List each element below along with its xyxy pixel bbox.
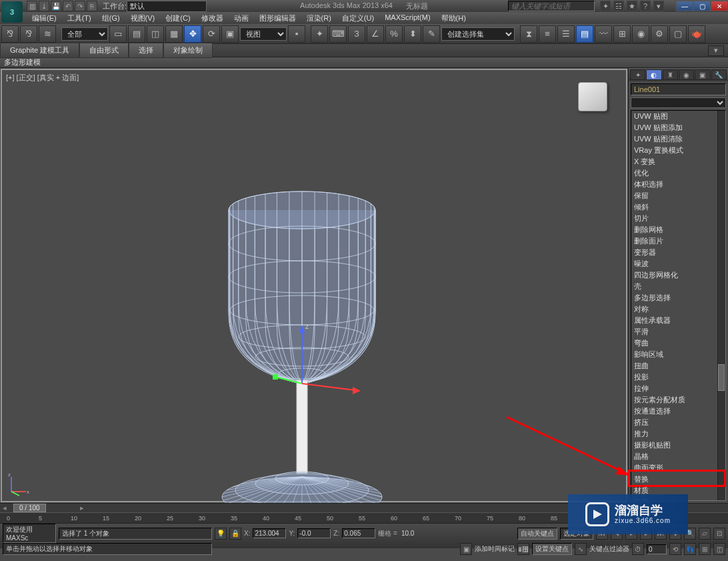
modifier-item[interactable]: X 变换 [631,156,725,167]
spinner-snap-icon[interactable]: ⬍ [404,25,421,43]
modifier-item[interactable]: 挤压 [631,417,725,428]
modifier-item[interactable]: 优化 [631,167,725,179]
modifier-item[interactable]: VRay 置换模式 [631,145,725,156]
render-setup-icon[interactable]: ⚙ [651,25,668,43]
modifier-item[interactable]: 保留 [631,190,725,201]
time-config-icon[interactable]: ⏱ [632,543,644,555]
modifier-item[interactable]: 影响区域 [631,349,725,360]
current-frame-field[interactable] [647,544,667,554]
modifier-item[interactable]: 平滑 [631,326,725,338]
select-icon[interactable]: ▭ [109,25,127,43]
menu-[interactable]: 动画 [229,12,254,24]
selection-filter-dropdown[interactable]: 全部 [61,27,108,41]
select-scale-icon[interactable]: ▣ [221,25,239,43]
ref-coord-dropdown[interactable]: 视图 [240,27,287,41]
key-filters-icon[interactable]: ∿ [575,543,587,555]
add-time-tag[interactable]: 添加时间标记 [475,544,515,554]
fov-icon[interactable]: ▱ [699,528,711,540]
setkey-button[interactable]: 设置关键点 [532,543,572,555]
modifier-item[interactable]: 删除面片 [631,235,725,247]
time-slider-thumb[interactable]: 0 / 100 [13,504,46,512]
modifier-item[interactable]: 推力 [631,428,725,440]
subscription-icon[interactable]: ✦ [600,1,611,11]
menu-[interactable]: 图形编辑器 [254,12,301,24]
modifier-item[interactable]: 多边形选择 [631,292,725,304]
menu-c[interactable]: 创建(C) [160,12,195,24]
exchange-icon[interactable]: ☷ [613,1,624,11]
menu-g[interactable]: 组(G) [97,12,125,24]
modifier-item[interactable]: 倾斜 [631,201,725,213]
ribbon-tab-0[interactable]: Graphite 建模工具 [0,43,79,58]
max-viewport-icon[interactable]: ⊞ [699,543,711,555]
zoom-extents-icon[interactable]: ⊡ [713,528,725,540]
modify-tab-icon[interactable]: ◐ [646,69,661,80]
modifier-item[interactable]: 投影 [631,372,725,383]
keyboard-shortcut-icon[interactable]: ⌨ [329,25,347,43]
bind-spacewarp-icon[interactable]: ≋ [39,25,56,43]
script-listener[interactable]: 欢迎使用 MAXSc [3,524,56,543]
ribbon-tab-2[interactable]: 选择 [129,43,163,58]
menu-[interactable]: 修改器 [196,12,229,24]
schematic-view-icon[interactable]: ⊞ [613,25,631,43]
modifier-item[interactable]: 曲面变形 [631,462,725,474]
walk-icon[interactable]: 👣 [684,543,696,555]
search-input[interactable] [508,1,595,11]
menu-u[interactable]: 自定义(U) [337,12,379,24]
mirror-icon[interactable]: ⧗ [520,25,537,43]
qat-undo-icon[interactable]: ↶ [63,1,73,11]
snap-3d-icon[interactable]: 3 [348,25,365,43]
ribbon-tab-3[interactable]: 对象绘制 [163,43,213,58]
percent-snap-icon[interactable]: % [385,25,403,43]
modifier-item[interactable]: 拉伸 [631,383,725,394]
help-icon[interactable]: ? [640,1,651,11]
ribbon-panel[interactable]: 多边形建模 [0,57,728,68]
modifier-item[interactable]: 弯曲 [631,338,725,349]
edit-named-sel-icon[interactable]: ✎ [423,25,440,43]
isolate-icon[interactable]: ▣ [460,543,472,555]
modifier-item[interactable]: 变形器 [631,247,725,258]
menu-v[interactable]: 视图(V) [125,12,161,24]
angle-snap-icon[interactable]: ∠ [367,25,384,43]
menu-t[interactable]: 工具(T) [62,12,97,24]
pivot-icon[interactable]: ▪ [288,25,305,43]
select-rotate-icon[interactable]: ⟳ [203,25,220,43]
qat-redo-icon[interactable]: ↷ [75,1,85,11]
modifier-item[interactable]: 属性承载器 [631,315,725,326]
modifier-item[interactable]: 扭曲 [631,360,725,372]
app-icon[interactable]: 3 [1,1,23,23]
select-move-icon[interactable]: ✥ [184,25,201,43]
workspace-dropdown[interactable]: 默认 [127,1,207,12]
create-tab-icon[interactable]: ✦ [630,69,645,80]
hierarchy-tab-icon[interactable]: ♜ [663,69,678,80]
modifier-item[interactable]: 切片 [631,213,725,224]
orbit-icon[interactable]: ⟲ [669,543,681,555]
modifier-item[interactable]: 删除网格 [631,224,725,235]
modifier-list-dropdown[interactable] [631,97,726,108]
modifier-item[interactable]: 壳 [631,281,725,292]
viewport-label[interactable]: [+] [正交] [真实 + 边面] [6,73,79,83]
unlink-icon[interactable]: ⅋ [20,25,37,43]
selection-lock-icon[interactable]: 🔒 [229,528,241,540]
motion-tab-icon[interactable]: ◉ [679,69,694,80]
key-filter-label[interactable]: 关键点过滤器 [589,544,629,554]
menu-maxscriptm[interactable]: MAXScript(M) [379,12,435,24]
maximize-button[interactable]: ▢ [693,1,711,11]
qat-open-icon[interactable]: ⤓ [39,1,49,11]
select-region-icon[interactable]: ◫ [147,25,164,43]
object-name-field[interactable]: Line001 [631,83,726,95]
modifier-stack[interactable]: UVW 贴图UVW 贴图添加UVW 贴图清除VRay 置换模式X 变换优化体积选… [631,110,726,501]
layer-manager-icon[interactable]: ☰ [557,25,575,43]
modifier-item[interactable]: 按通道选择 [631,406,725,417]
qat-save-icon[interactable]: 💾 [51,1,61,11]
menu-r[interactable]: 渲染(R) [301,12,337,24]
modifier-item[interactable]: UVW 贴图 [631,111,725,122]
modifier-item[interactable]: UVW 贴图清除 [631,133,725,145]
z-coord-field[interactable] [342,528,375,538]
ribbon-tab-1[interactable]: 自由形式 [79,43,129,58]
modifier-item[interactable]: 对称 [631,304,725,315]
menu-e[interactable]: 编辑(E) [27,12,62,24]
qat-link-icon[interactable]: ⎘ [87,1,97,11]
select-manipulate-icon[interactable]: ✦ [311,25,328,43]
modifier-item[interactable]: 噪波 [631,258,725,269]
modifier-item[interactable]: 四边形网格化 [631,269,725,281]
